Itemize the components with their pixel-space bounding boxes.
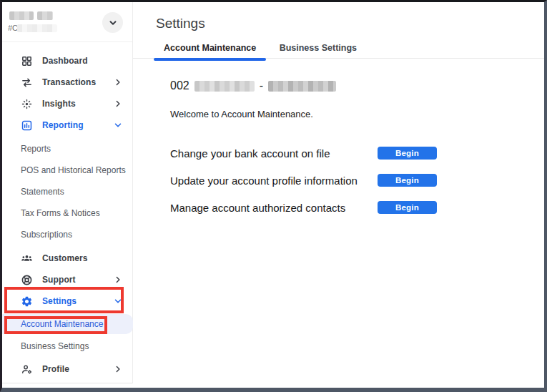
org-name-redacted bbox=[37, 11, 53, 20]
account-number-redacted bbox=[194, 81, 255, 92]
sidebar-item-account-maintenance[interactable]: Account Maintenance bbox=[2, 314, 133, 334]
sidebar-item-transactions[interactable]: Transactions bbox=[2, 72, 133, 93]
action-label: Manage account authorized contacts bbox=[170, 202, 345, 214]
begin-button-change-bank-account[interactable]: Begin bbox=[378, 147, 437, 160]
sidebar-subitem-label: Tax Forms & Notices bbox=[21, 208, 100, 218]
sidebar-item-label: Settings bbox=[42, 296, 114, 306]
chevron-right-icon bbox=[114, 366, 122, 373]
org-menu-button[interactable] bbox=[102, 12, 123, 33]
action-label: Update your account profile information bbox=[170, 175, 358, 187]
sidebar-subitem-label: Business Settings bbox=[21, 341, 89, 351]
support-lifering-icon bbox=[21, 274, 33, 286]
sidebar-item-support[interactable]: Support bbox=[2, 269, 133, 290]
insights-spark-icon bbox=[21, 98, 33, 110]
begin-button-update-profile[interactable]: Begin bbox=[378, 174, 437, 187]
sidebar-subitem-label: POS and Historical Reports bbox=[21, 165, 126, 175]
action-row-update-profile: Update your account profile information … bbox=[170, 172, 437, 189]
chevron-right-icon bbox=[114, 276, 122, 283]
account-number-prefix: 002 bbox=[170, 79, 189, 92]
customers-group-icon bbox=[21, 253, 33, 265]
chevron-right-icon bbox=[114, 79, 122, 86]
transactions-arrows-icon bbox=[21, 77, 33, 89]
welcome-text: Welcome to Account Maintenance. bbox=[170, 109, 313, 119]
sidebar-item-label: Customers bbox=[42, 253, 122, 263]
main-content: Settings Account Maintenance Business Se… bbox=[133, 2, 544, 388]
chevron-down-icon bbox=[114, 298, 122, 305]
sidebar-item-insights[interactable]: Insights bbox=[2, 93, 133, 114]
settings-gear-icon bbox=[21, 295, 33, 308]
tab-account-maintenance[interactable]: Account Maintenance bbox=[154, 39, 266, 59]
sidebar-item-subscriptions[interactable]: Subscriptions bbox=[2, 224, 133, 245]
chevron-down-icon bbox=[114, 122, 122, 129]
sidebar-item-reporting[interactable]: Reporting bbox=[2, 114, 133, 136]
sidebar-item-statements[interactable]: Statements bbox=[2, 181, 133, 202]
account-separator: - bbox=[260, 79, 263, 92]
sidebar-item-settings[interactable]: Settings bbox=[2, 290, 133, 312]
sidebar-item-dashboard[interactable]: Dashboard bbox=[2, 50, 133, 72]
action-row-manage-contacts: Manage account authorized contacts Begin bbox=[170, 199, 437, 216]
sidebar-item-label: Dashboard bbox=[42, 56, 122, 66]
sidebar-item-reports[interactable]: Reports bbox=[2, 138, 133, 160]
sidebar-subitem-label: Statements bbox=[21, 187, 64, 197]
sidebar-item-pos-historical-reports[interactable]: POS and Historical Reports bbox=[2, 160, 133, 181]
sidebar-item-profile[interactable]: Profile bbox=[2, 358, 133, 380]
org-switcher: #C bbox=[2, 2, 132, 42]
page-title: Settings bbox=[156, 16, 205, 31]
action-label: Change your bank account on file bbox=[170, 147, 330, 160]
org-id-redacted bbox=[17, 24, 57, 32]
sidebar-item-label: Insights bbox=[42, 99, 114, 109]
profile-person-gear-icon bbox=[21, 363, 33, 376]
dashboard-grid-icon bbox=[21, 55, 33, 67]
sidebar-item-label: Profile bbox=[42, 364, 114, 374]
reporting-chart-icon bbox=[21, 119, 33, 132]
begin-button-manage-contacts[interactable]: Begin bbox=[378, 201, 437, 214]
sidebar-subitem-label: Account Maintenance bbox=[21, 319, 103, 329]
sidebar-item-customers[interactable]: Customers bbox=[2, 248, 133, 269]
org-id-prefix: #C bbox=[8, 24, 18, 32]
sidebar-item-label: Reporting bbox=[42, 120, 114, 130]
account-header: 002 - bbox=[170, 79, 336, 92]
app-window: #C Dashboard bbox=[0, 0, 547, 392]
settings-tabbar: Account Maintenance Business Settings bbox=[133, 39, 544, 59]
sidebar-subitem-label: Reports bbox=[21, 144, 51, 154]
action-row-change-bank-account: Change your bank account on file Begin bbox=[170, 144, 437, 162]
account-name-redacted bbox=[268, 81, 336, 92]
sidebar: #C Dashboard bbox=[2, 2, 133, 383]
sidebar-item-tax-forms-notices[interactable]: Tax Forms & Notices bbox=[2, 202, 133, 224]
sidebar-subitem-label: Subscriptions bbox=[21, 230, 72, 240]
sidebar-item-label: Support bbox=[42, 275, 114, 285]
tab-business-settings[interactable]: Business Settings bbox=[270, 39, 367, 59]
chevron-down-icon bbox=[109, 19, 117, 27]
sidebar-item-label: Transactions bbox=[42, 77, 114, 87]
sidebar-item-business-settings[interactable]: Business Settings bbox=[2, 335, 133, 357]
chevron-right-icon bbox=[114, 100, 122, 107]
org-name-redacted bbox=[9, 11, 34, 20]
